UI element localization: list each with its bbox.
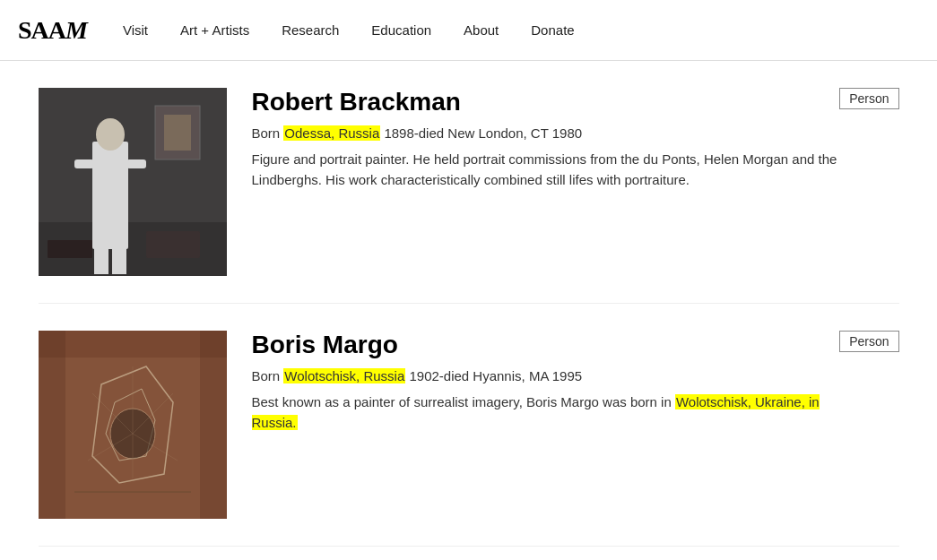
birth-suffix-2: 1902-died Hyannis, MA 1995 [405, 368, 582, 383]
svg-rect-12 [48, 240, 92, 258]
nav-education[interactable]: Education [371, 22, 431, 38]
result-description-robert-brackman: Figure and portrait painter. He held por… [252, 150, 844, 190]
svg-rect-22 [200, 331, 227, 519]
nav-visit[interactable]: Visit [123, 22, 148, 38]
result-description-boris-margo: Best known as a painter of surrealist im… [252, 392, 844, 433]
svg-point-4 [96, 118, 125, 151]
birth-prefix-1: Born [252, 125, 284, 141]
main-content: Robert Brackman Born Odessa, Russia 1898… [21, 61, 917, 547]
birth-prefix-2: Born [252, 368, 284, 383]
description-prefix-2: Best known as a painter of surrealist im… [252, 394, 675, 409]
svg-rect-23 [39, 331, 227, 358]
svg-rect-21 [39, 331, 65, 519]
svg-rect-3 [92, 142, 128, 249]
result-image-robert-brackman [39, 88, 227, 276]
result-content-boris-margo: Boris Margo Born Wolotschisk, Russia 190… [252, 331, 899, 433]
birth-highlight-1: Odessa, Russia [283, 125, 380, 141]
site-header: SAAM Visit Art + Artists Research Educat… [0, 0, 937, 61]
result-card-robert-brackman: Robert Brackman Born Odessa, Russia 1898… [39, 61, 899, 304]
result-content-robert-brackman: Robert Brackman Born Odessa, Russia 1898… [252, 88, 899, 190]
svg-rect-10 [164, 115, 191, 151]
result-title-boris-margo[interactable]: Boris Margo [252, 331, 899, 359]
result-badge-robert-brackman: Person [839, 88, 898, 109]
svg-rect-6 [126, 159, 146, 168]
svg-rect-11 [146, 231, 200, 258]
nav-about[interactable]: About [464, 22, 499, 38]
svg-rect-8 [112, 247, 126, 274]
result-image-boris-margo [39, 331, 227, 519]
result-title-robert-brackman[interactable]: Robert Brackman [252, 88, 899, 116]
result-badge-boris-margo: Person [839, 331, 898, 352]
nav-donate[interactable]: Donate [531, 22, 574, 38]
svg-rect-5 [74, 159, 94, 168]
result-birth-robert-brackman: Born Odessa, Russia 1898-died New London… [252, 125, 899, 141]
result-card-boris-margo: Boris Margo Born Wolotschisk, Russia 190… [39, 304, 899, 547]
nav-research[interactable]: Research [282, 22, 339, 38]
nav-art-artists[interactable]: Art + Artists [180, 22, 249, 38]
birth-highlight-2: Wolotschisk, Russia [283, 368, 405, 383]
birth-suffix-1: 1898-died New London, CT 1980 [380, 125, 582, 141]
svg-rect-7 [94, 247, 108, 274]
main-nav: Visit Art + Artists Research Education A… [123, 22, 575, 38]
site-logo[interactable]: SAAM [18, 16, 87, 45]
result-birth-boris-margo: Born Wolotschisk, Russia 1902-died Hyann… [252, 368, 899, 383]
